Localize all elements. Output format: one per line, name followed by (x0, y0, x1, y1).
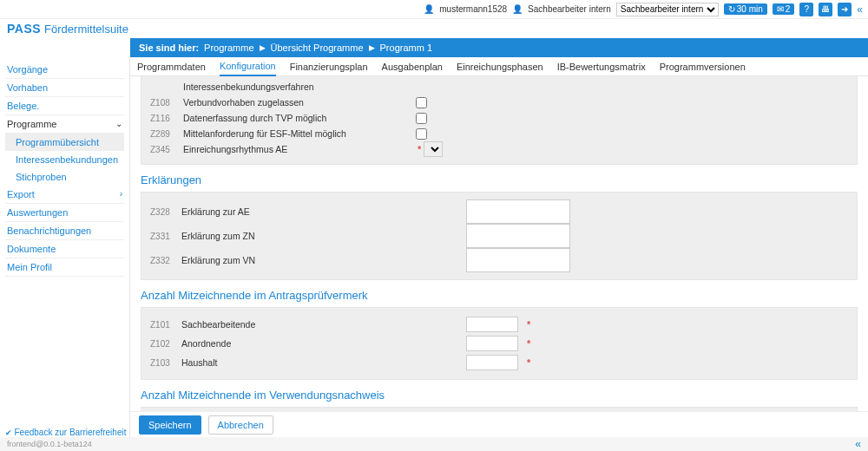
erklaerung-vn-input[interactable] (466, 248, 570, 272)
field-label: Interessenbekundungsverfahren (183, 82, 365, 92)
row-interessenbekundung: Interessenbekundungsverfahren (150, 79, 848, 95)
row-antrag-anordnende: Z102 Anordnende * (150, 334, 848, 353)
breadcrumb-uebersicht[interactable]: Übersicht Programme (271, 42, 364, 53)
required-icon: * (418, 144, 421, 154)
antrag-anordnende-input[interactable] (466, 336, 518, 351)
collapse-sidebar-icon[interactable]: « (855, 438, 861, 450)
utility-bar: 👤 mustermann1528 👤 Sachbearbeiter intern… (0, 0, 868, 19)
row-antrag-haushalt: Z103 Haushalt * (150, 353, 848, 372)
field-code: Z345 (150, 145, 176, 154)
tabs: Programmdaten Konfiguration Finanzierung… (130, 57, 868, 76)
chevron-right-icon: ▶ (369, 43, 375, 52)
required-icon: * (527, 357, 530, 368)
content-area: Programmdaten Konfiguration Finanzierung… (130, 57, 868, 437)
verbundvorhaben-checkbox[interactable] (416, 97, 427, 108)
session-timer[interactable]: ↻ 30 min (724, 3, 767, 15)
antrag-haushalt-input[interactable] (466, 355, 518, 370)
save-button[interactable]: Speichern (139, 415, 201, 435)
field-label: Mittelanforderung für ESF-Mittel möglich (183, 128, 365, 139)
print-button[interactable]: 🖶 (819, 3, 832, 16)
version-label: frontend@0.0.1-beta124 (7, 440, 92, 448)
row-mittelanforderung: Z289 Mittelanforderung für ESF-Mittel mö… (150, 126, 848, 141)
antrag-sachbearbeitende-input[interactable] (466, 317, 518, 332)
sidebar-item-dokumente[interactable]: Dokumente (5, 240, 124, 258)
sidebar-item-belege[interactable]: Belege. (5, 97, 124, 115)
field-label: Erklärung zur AE (181, 206, 459, 217)
field-code: Z289 (150, 129, 176, 139)
role-select[interactable]: Sachbearbeiter intern (616, 3, 719, 16)
breadcrumb-label: Sie sind hier: (139, 42, 199, 53)
logo-pass: PASS (7, 22, 41, 36)
config-block-top: Interessenbekundungsverfahren Z108 Verbu… (141, 76, 858, 165)
row-erklaerung-ae: Z328 Erklärung zur AE (150, 199, 848, 224)
row-einreichungsrhythmus: Z345 Einreichungsrhythmus AE * (150, 141, 848, 157)
sidebar-item-meinprofil[interactable]: Mein Profil (5, 258, 124, 277)
field-code: Z116 (150, 114, 176, 123)
chevron-right-icon: ▶ (260, 43, 266, 52)
logo-subtitle: Fördermittelsuite (44, 23, 128, 36)
sidebar-item-export[interactable]: Export› (5, 186, 124, 204)
tab-programmversionen[interactable]: Programmversionen (660, 58, 746, 75)
sidebar-item-interessenbekundungen[interactable]: Interessenbekundungen (5, 151, 124, 168)
expand-topbar-icon[interactable]: « (857, 3, 863, 16)
sidebar-item-vorgaenge[interactable]: Vorgänge (5, 61, 124, 79)
field-label: Einreichungsrhythmus AE (183, 144, 365, 154)
erklaerung-ae-input[interactable] (466, 199, 570, 224)
tab-ibbewertungsmatrix[interactable]: IB-Bewertungsmatrix (557, 58, 646, 75)
row-antrag-sachbearbeitende: Z101 Sachbearbeitende * (150, 315, 848, 334)
row-erklaerung-zn: Z331 Erklärung zum ZN (150, 224, 848, 248)
field-label: Haushalt (181, 357, 459, 368)
tab-programmdaten[interactable]: Programmdaten (137, 58, 206, 75)
form-actions: Speichern Abbrechen (130, 411, 868, 437)
tab-ausgabenplan[interactable]: Ausgabenplan (382, 58, 443, 75)
field-label: Erklärung zum VN (181, 255, 459, 265)
field-code: Z102 (150, 339, 174, 349)
required-icon: * (527, 319, 530, 330)
cancel-button[interactable]: Abbrechen (208, 415, 273, 435)
sidebar-item-programme[interactable]: Programme⌄ (5, 115, 124, 134)
sidebar-item-label: Export (7, 189, 35, 199)
sidebar-item-stichproben[interactable]: Stichproben (5, 168, 124, 186)
field-code: Z331 (150, 232, 174, 241)
erklaerung-zn-input[interactable] (466, 224, 570, 248)
help-button[interactable]: ? (799, 3, 813, 16)
logo-row: PASS Fördermittelsuite (0, 19, 868, 38)
field-code: Z332 (150, 256, 174, 265)
mittelanforderung-checkbox[interactable] (416, 128, 427, 140)
einreichungsrhythmus-select[interactable] (424, 141, 443, 157)
sidebar: Vorgänge Vorhaben Belege. Programme⌄ Pro… (0, 57, 130, 437)
chevron-down-icon: ⌄ (115, 119, 122, 128)
section-antrag-title: Anzahl Mitzeichnende im Antragsprüfverme… (141, 289, 858, 302)
field-label: Erklärung zum ZN (181, 231, 459, 241)
logout-button[interactable]: ➜ (838, 3, 852, 16)
username: mustermann1528 (439, 4, 507, 14)
field-code: Z101 (150, 320, 174, 330)
breadcrumb-programme[interactable]: Programme (204, 42, 253, 53)
field-code: Z328 (150, 207, 174, 217)
row-datenerfassung: Z116 Datenerfassung durch TVP möglich (150, 110, 848, 126)
mail-count: 2 (786, 4, 791, 14)
row-erklaerung-vn: Z332 Erklärung zum VN (150, 248, 848, 272)
tab-finanzierungsplan[interactable]: Finanzierungsplan (290, 58, 368, 75)
role-icon: 👤 (512, 4, 523, 14)
breadcrumb-programm1[interactable]: Programm 1 (380, 42, 433, 53)
sidebar-item-vorhaben[interactable]: Vorhaben (5, 79, 124, 97)
datenerfassung-checkbox[interactable] (416, 113, 427, 124)
mail-badge[interactable]: ✉ 2 (773, 3, 795, 15)
status-bar: frontend@0.0.1-beta124 « (0, 437, 868, 451)
tab-konfiguration[interactable]: Konfiguration (220, 57, 276, 76)
sidebar-item-benachrichtigungen[interactable]: Benachrichtigungen (5, 222, 124, 240)
form-scroll[interactable]: Interessenbekundungsverfahren Z108 Verbu… (130, 76, 868, 437)
sidebar-item-auswertungen[interactable]: Auswertungen (5, 204, 124, 222)
field-label: Datenerfassung durch TVP möglich (183, 113, 365, 123)
sidebar-item-programmuebersicht[interactable]: Programmübersicht (5, 134, 124, 151)
field-control: * (416, 141, 443, 157)
section-antrag: Z101 Sachbearbeitende * Z102 Anordnende … (141, 307, 858, 380)
sidebar-item-label: Programme (7, 119, 56, 129)
required-icon: * (527, 338, 530, 349)
feedback-link[interactable]: Feedback zur Barrierefreiheit (5, 428, 126, 437)
breadcrumb: Sie sind hier: Programme ▶ Übersicht Pro… (130, 38, 868, 57)
field-code: Z108 (150, 98, 176, 108)
role-label: Sachbearbeiter intern (528, 4, 611, 14)
tab-einreichungsphasen[interactable]: Einreichungsphasen (457, 58, 543, 75)
